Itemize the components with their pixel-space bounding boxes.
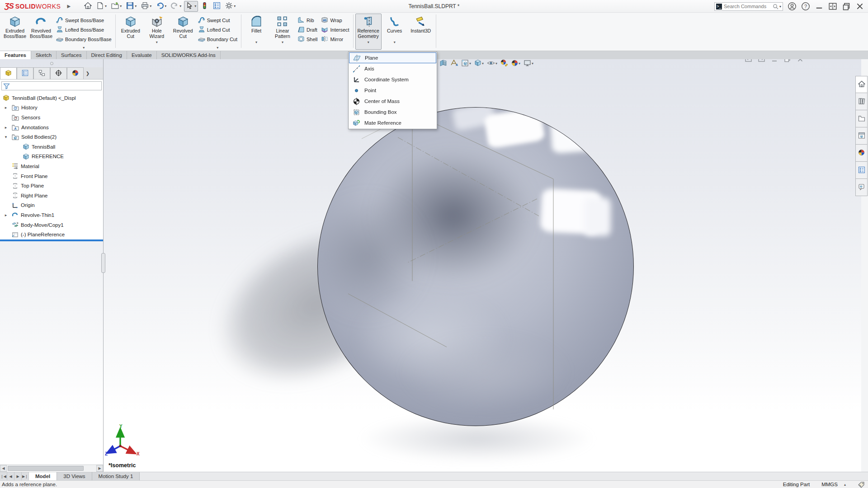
search-dropdown-icon[interactable]: ▾ bbox=[779, 5, 781, 9]
document-restore-icon[interactable] bbox=[784, 59, 791, 62]
tab-3d-views[interactable]: 3D Views bbox=[57, 472, 92, 480]
print-dropdown-icon[interactable]: ▾ bbox=[150, 4, 151, 8]
revolved-boss-base-button[interactable]: RevolvedBoss/Base bbox=[28, 14, 54, 50]
tree-item-origin[interactable]: Origin bbox=[0, 201, 103, 211]
open-file-button[interactable]: ▾ bbox=[109, 1, 123, 12]
propertymanager-tab[interactable] bbox=[17, 67, 33, 79]
panel-tabs-overflow-icon[interactable]: ❯ bbox=[84, 67, 92, 79]
swept-boss-base-button[interactable]: Swept Boss/Base bbox=[54, 15, 113, 25]
prev-tab-icon[interactable]: ◀ bbox=[7, 472, 14, 480]
units-label[interactable]: MMGS bbox=[821, 482, 838, 487]
rollback-bar[interactable] bbox=[0, 239, 103, 241]
menu-item-plane[interactable]: Plane bbox=[349, 52, 436, 63]
tree-item-planereference[interactable]: (-) PlaneReference bbox=[0, 230, 103, 239]
reference-geometry-dropdown-icon[interactable]: ▾ bbox=[368, 40, 369, 44]
menu-item-coordinate-system[interactable]: Coordinate System bbox=[349, 74, 436, 85]
home-button[interactable] bbox=[82, 1, 94, 12]
save-dropdown-icon[interactable]: ▾ bbox=[135, 4, 137, 8]
curves-dropdown-icon[interactable]: ▾ bbox=[394, 40, 396, 44]
tree-item-tennisball-default-default-displ[interactable]: TennisBall (Default) <_Displ bbox=[0, 93, 103, 103]
boundary-cut-button[interactable]: Boundary Cut bbox=[196, 34, 239, 44]
intersect-button[interactable]: oints="8,1.5 14,4.5 8,7.5 2,4.5" fill="#… bbox=[319, 25, 351, 34]
open-file-dropdown-icon[interactable]: ▾ bbox=[120, 4, 122, 8]
display-style-button[interactable]: ▾ bbox=[473, 59, 485, 68]
lofted-boss-base-button[interactable]: Lofted Boss/Base bbox=[54, 25, 113, 34]
linear-pattern-button[interactable]: LinearPattern▾ bbox=[269, 14, 296, 50]
tree-item-annotations[interactable]: ▸AAnnotations bbox=[0, 122, 103, 132]
rib-button[interactable]: Rib bbox=[296, 15, 319, 25]
tree-item-solid-bodies-2[interactable]: ▾Solid Bodies(2) bbox=[0, 132, 103, 142]
hide-show-items-dropdown-icon[interactable]: ▾ bbox=[495, 61, 497, 66]
tab-features[interactable]: Features bbox=[0, 51, 31, 59]
extruded-boss-base-button[interactable]: ExtrudedBoss/Base bbox=[2, 14, 28, 50]
draft-button[interactable]: Draft bbox=[296, 25, 319, 34]
document-minimize-icon[interactable] bbox=[771, 59, 778, 62]
new-file-dropdown-icon[interactable]: ▾ bbox=[105, 4, 107, 8]
configurationmanager-tab[interactable] bbox=[33, 67, 50, 79]
apply-scene-dropdown-icon[interactable]: ▾ bbox=[519, 61, 520, 66]
collapsed-arrow-icon[interactable]: ▸ bbox=[4, 105, 8, 110]
redo-button[interactable]: ▾ bbox=[169, 1, 183, 12]
taskpane-appearances-button[interactable] bbox=[855, 145, 868, 162]
hole-wizard-dropdown-icon[interactable]: ▾ bbox=[156, 40, 158, 44]
options-gear-dropdown-icon[interactable]: ▾ bbox=[234, 4, 236, 8]
units-dropdown-icon[interactable]: ▴ bbox=[844, 483, 846, 487]
tree-item-body-move-copy1[interactable]: Body-Move/Copy1 bbox=[0, 220, 103, 230]
menu-item-point[interactable]: Point bbox=[349, 85, 436, 96]
next-tab-icon[interactable]: ▶ bbox=[14, 472, 22, 480]
document-close-icon[interactable] bbox=[797, 59, 803, 62]
lofted-cut-button[interactable]: Lofted Cut bbox=[196, 25, 239, 34]
scroll-left-icon[interactable]: ◀ bbox=[0, 465, 7, 472]
swept-cut-button[interactable]: Swept Cut bbox=[196, 15, 239, 25]
tags-icon[interactable] bbox=[858, 481, 865, 488]
tree-item-revolve-thin1[interactable]: ▸Revolve-Thin1 bbox=[0, 210, 103, 220]
select-cursor-dropdown-icon[interactable]: ▾ bbox=[194, 4, 196, 8]
tree-item-right-plane[interactable]: Right Plane bbox=[0, 191, 103, 201]
instant3d-button[interactable]: Instant3D bbox=[408, 14, 434, 50]
shell-button[interactable]: Shell bbox=[296, 34, 319, 44]
menu-item-center-of-mass[interactable]: Center of Mass bbox=[349, 96, 436, 107]
rebuild-traffic-light-button[interactable] bbox=[199, 1, 210, 12]
print-button[interactable]: ▾ bbox=[139, 1, 153, 12]
menu-item-mate-reference[interactable]: Mate Reference bbox=[349, 117, 436, 128]
curves-button[interactable]: Curves ▾ bbox=[382, 14, 408, 50]
revolved-cut-button[interactable]: RevolvedCut bbox=[170, 14, 196, 50]
tab-motion-study-1[interactable]: Motion Study 1 bbox=[92, 472, 140, 480]
apply-scene-button[interactable]: ▾ bbox=[510, 59, 521, 68]
display-style-dropdown-icon[interactable]: ▾ bbox=[482, 61, 484, 66]
dimxpertmanager-tab[interactable] bbox=[50, 67, 67, 79]
magnifier-icon[interactable] bbox=[773, 4, 778, 9]
redo-dropdown-icon[interactable]: ▾ bbox=[179, 4, 181, 8]
new-file-button[interactable]: ▾ bbox=[94, 1, 108, 12]
tree-item-top-plane[interactable]: Top Plane bbox=[0, 181, 103, 191]
fillet-dropdown-icon[interactable]: ▾ bbox=[255, 40, 257, 44]
expand-panes-button[interactable] bbox=[828, 2, 837, 11]
scrollbar-thumb[interactable] bbox=[8, 466, 84, 471]
edit-appearance-button[interactable] bbox=[500, 59, 509, 68]
featuremanager-tab[interactable] bbox=[0, 67, 17, 79]
stack-dropdown-icon[interactable]: ▾ bbox=[196, 46, 239, 50]
tree-item-history[interactable]: ▸History bbox=[0, 103, 103, 113]
tennis-ball-model[interactable] bbox=[317, 107, 634, 426]
view-settings-button[interactable]: ▾ bbox=[523, 59, 534, 68]
taskpane-design-library-button[interactable] bbox=[855, 93, 868, 110]
close-button[interactable] bbox=[855, 2, 864, 11]
taskpane-custom-properties-button[interactable] bbox=[855, 162, 868, 179]
view-orientation-dropdown-icon[interactable]: ▾ bbox=[469, 61, 471, 66]
reference-geometry-button[interactable]: ReferenceGeometry▾ bbox=[355, 14, 382, 50]
scroll-right-icon[interactable]: ▶ bbox=[96, 465, 103, 472]
file-properties-button[interactable] bbox=[211, 1, 222, 12]
options-gear-button[interactable]: ▾ bbox=[223, 1, 237, 12]
displaymanager-tab[interactable] bbox=[67, 67, 84, 79]
menu-item-axis[interactable]: Axis bbox=[349, 63, 436, 74]
last-tab-icon[interactable]: ▶❘ bbox=[22, 472, 29, 480]
taskpane-file-explorer-button[interactable] bbox=[855, 110, 868, 127]
collapse-left-pane-icon[interactable] bbox=[745, 59, 752, 62]
select-cursor-button[interactable]: ▾ bbox=[184, 1, 198, 12]
tree-item-reference[interactable]: REFERENCE bbox=[0, 152, 103, 162]
first-tab-icon[interactable]: ❘◀ bbox=[0, 472, 7, 480]
boundary-boss-base-button[interactable]: Boundary Boss/Base bbox=[54, 34, 113, 44]
search-input[interactable] bbox=[724, 4, 773, 9]
linear-pattern-dropdown-icon[interactable]: ▾ bbox=[282, 40, 283, 44]
wrap-button[interactable]: abWrap bbox=[319, 15, 351, 25]
